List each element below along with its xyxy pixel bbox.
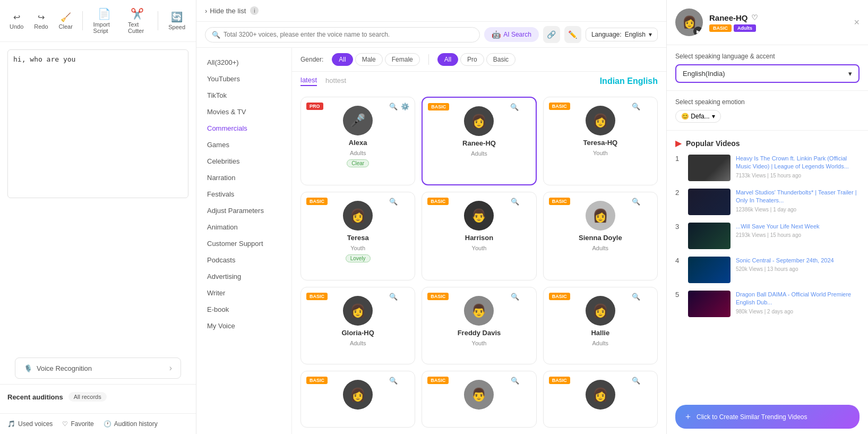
- voice-card-teresa[interactable]: BASIC 🔍 👩 Teresa Youth Lovely: [300, 192, 415, 280]
- category-item-narration[interactable]: Narration: [196, 169, 291, 186]
- voice-card-alexa[interactable]: PRO 🔍 ⚙️ 🎤 Alexa Adults Clear: [300, 97, 415, 185]
- video-item-5[interactable]: 5 Dragon Ball DAIMA - Official World Pre…: [675, 291, 860, 317]
- card-search-icon[interactable]: 🔍: [389, 103, 398, 110]
- quality-pro-button[interactable]: Pro: [460, 53, 484, 66]
- text-cutter-icon: ✂️: [131, 7, 144, 20]
- tab-latest[interactable]: latest: [300, 76, 317, 86]
- play-overlay: ▶: [693, 27, 703, 36]
- emotion-tag[interactable]: 😊 Defa... ▾: [675, 110, 721, 123]
- voice-name: Teresa-HQ: [583, 139, 617, 147]
- card-search-icon[interactable]: 🔍: [510, 103, 519, 111]
- voice-card-harrison[interactable]: BASIC 🔍 👨 Harrison Youth: [422, 192, 536, 280]
- category-item-writer[interactable]: Writer: [196, 285, 291, 301]
- category-item-podcasts[interactable]: Podcasts: [196, 252, 291, 268]
- audition-history-nav[interactable]: 🕐 Audition history: [104, 420, 158, 428]
- popular-videos-section: ▶ Popular Videos 1 Heavy Is The Crown ft…: [667, 131, 868, 399]
- gender-female-button[interactable]: Female: [385, 53, 420, 66]
- category-item-customer-support[interactable]: Customer Support: [196, 235, 291, 252]
- voice-type: Youth: [472, 340, 487, 346]
- category-item-celebrities[interactable]: Celebrities: [196, 153, 291, 169]
- script-textarea[interactable]: hi, who are you: [7, 49, 188, 198]
- category-item-movies-tv[interactable]: Movies & TV: [196, 104, 291, 120]
- category-item-my-voice[interactable]: My Voice: [196, 318, 291, 334]
- voice-card-gloria-hq[interactable]: BASIC 🔍 👩 Gloria-HQ Adults: [300, 287, 415, 364]
- voice-card-row4-1[interactable]: BASIC 🔍 👩: [300, 371, 415, 428]
- popular-videos-title: Popular Videos: [686, 139, 740, 148]
- tab-hottest[interactable]: hottest: [325, 76, 346, 86]
- selected-badge-adults: Adults: [734, 24, 756, 32]
- category-item-youtubers[interactable]: YouTubers: [196, 71, 291, 87]
- video-meta-4: 520k Views | 13 hours ago: [736, 266, 860, 272]
- voice-card-ranee-hq[interactable]: BASIC 🔍 👩 Ranee-HQ Adults: [422, 97, 536, 185]
- category-item-festivals[interactable]: Festivals: [196, 186, 291, 202]
- voice-card-row4-3[interactable]: BASIC 🔍 👩: [543, 371, 658, 428]
- card-search-icon[interactable]: 🔍: [389, 293, 398, 301]
- voice-name: Freddy Davis: [458, 329, 501, 337]
- card-search-icon[interactable]: 🔍: [632, 293, 640, 301]
- center-panel: › Hide the list i 🔍 🤖 AI Search 🔗 ✏️ Lan…: [196, 0, 666, 434]
- language-dropdown[interactable]: English(India) ▾: [675, 64, 860, 83]
- quality-all-button[interactable]: All: [437, 53, 458, 66]
- category-item-all[interactable]: All(3200+): [196, 54, 291, 71]
- voice-recognition-button[interactable]: 🎙️ Voice Recognition ›: [15, 358, 181, 379]
- category-item-animation[interactable]: Animation: [196, 219, 291, 235]
- text-area-wrapper: hi, who are you: [0, 42, 196, 358]
- video-item-3[interactable]: 3 ...Will Save Your Life Next Week 2193k…: [675, 223, 860, 249]
- import-script-button[interactable]: 📄 Import Script: [89, 5, 120, 36]
- avatar-row4-2: 👨: [464, 380, 494, 410]
- voice-card-teresa-hq[interactable]: BASIC 🔍 👩 Teresa-HQ Youth: [543, 97, 658, 185]
- voice-card-hallie[interactable]: BASIC 🔍 👩 Hallie Adults: [543, 287, 658, 364]
- category-item-commercials[interactable]: Commercials: [196, 120, 291, 137]
- arrow-right-button[interactable]: ›: [169, 363, 172, 373]
- badge-basic: BASIC: [306, 377, 328, 384]
- category-item-tiktok[interactable]: TikTok: [196, 87, 291, 104]
- category-item-adjust-params[interactable]: Adjust Parameters: [196, 202, 291, 219]
- card-search-icon[interactable]: 🔍: [511, 377, 519, 385]
- favorite-heart-icon[interactable]: ♡: [751, 13, 758, 22]
- category-item-advertising[interactable]: Advertising: [196, 268, 291, 285]
- video-item-2[interactable]: 2 Marvel Studios' Thunderbolts* | Teaser…: [675, 189, 860, 215]
- voice-card-freddy-davis[interactable]: BASIC 🔍 👨 Freddy Davis Youth: [422, 287, 536, 364]
- close-button[interactable]: ×: [854, 17, 860, 28]
- video-number: 2: [675, 189, 683, 197]
- speed-button[interactable]: 🔄 Speed: [164, 9, 190, 32]
- card-settings-icon[interactable]: ⚙️: [401, 103, 409, 110]
- favorite-nav[interactable]: ♡ Favorite: [62, 420, 93, 428]
- avatar-hallie: 👩: [586, 296, 615, 326]
- voice-card-sienna-doyle[interactable]: BASIC 🔍 👩 Sienna Doyle Adults: [543, 192, 658, 280]
- card-search-icon[interactable]: 🔍: [511, 293, 519, 301]
- create-trending-button[interactable]: ＋ Click to Create Similar Trending Video…: [675, 405, 860, 429]
- hide-list-button[interactable]: › Hide the list: [205, 7, 246, 15]
- all-records-button[interactable]: All records: [68, 392, 107, 402]
- card-search-icon[interactable]: 🔍: [632, 103, 640, 110]
- info-icon[interactable]: i: [250, 6, 259, 15]
- ai-search-button[interactable]: 🤖 AI Search: [484, 27, 539, 42]
- video-item-4[interactable]: 4 Sonic Central - September 24th, 2024 5…: [675, 257, 860, 283]
- category-item-games[interactable]: Games: [196, 137, 291, 153]
- quality-basic-button[interactable]: Basic: [486, 53, 515, 66]
- edit-icon-button[interactable]: ✏️: [564, 26, 581, 43]
- used-voices-nav[interactable]: 🎵 Used voices: [7, 420, 53, 428]
- card-search-icon[interactable]: 🔍: [389, 377, 398, 385]
- ai-icon: 🤖: [492, 30, 501, 39]
- video-item-1[interactable]: 1 Heavy Is The Crown ft. Linkin Park (Of…: [675, 155, 860, 181]
- video-info-5: Dragon Ball DAIMA - Official World Premi…: [736, 291, 860, 314]
- card-search-icon[interactable]: 🔍: [632, 198, 640, 206]
- category-item-e-book[interactable]: E-book: [196, 301, 291, 318]
- link-icon-button[interactable]: 🔗: [543, 26, 560, 43]
- gender-male-button[interactable]: Male: [355, 53, 383, 66]
- voice-card-row4-2[interactable]: BASIC 🔍 👨: [422, 371, 536, 428]
- card-search-icon[interactable]: 🔍: [632, 377, 640, 385]
- gender-all-button[interactable]: All: [332, 53, 353, 66]
- redo-button[interactable]: ↪ Redo: [31, 10, 51, 32]
- clear-icon: 🧹: [61, 12, 71, 22]
- undo-button[interactable]: ↩ Undo: [6, 10, 27, 32]
- avatar-gloria-hq: 👩: [343, 296, 373, 326]
- text-cutter-button[interactable]: ✂️ Text Cutter: [124, 5, 151, 36]
- quality-filters: All Pro Basic: [437, 53, 515, 66]
- card-search-icon[interactable]: 🔍: [511, 198, 519, 206]
- search-input[interactable]: [224, 31, 473, 38]
- clear-button[interactable]: 🧹 Clear: [56, 10, 76, 32]
- card-search-icon[interactable]: 🔍: [389, 198, 398, 206]
- language-selector[interactable]: Language: English ▾: [586, 28, 658, 41]
